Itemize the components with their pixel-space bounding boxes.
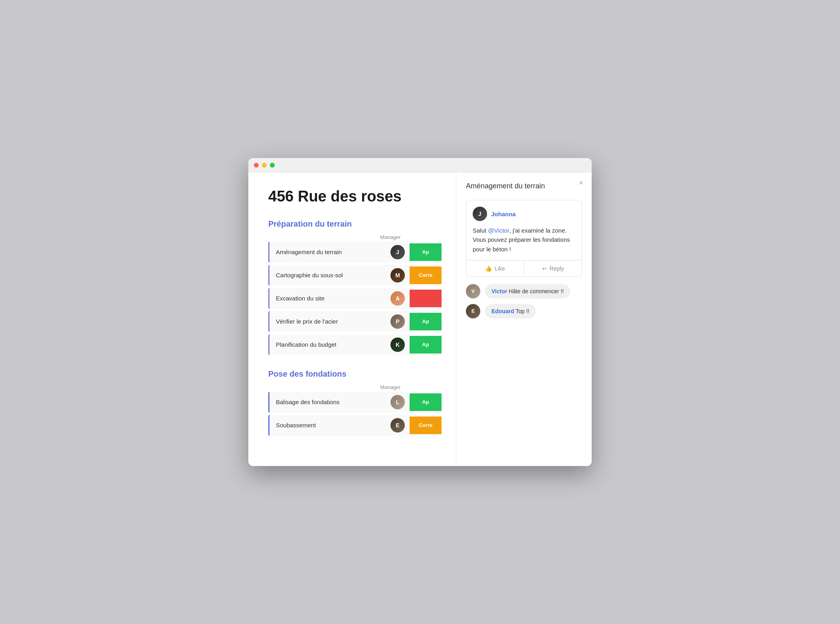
status-badge: Curre <box>410 417 442 434</box>
reply-icon: ↩ <box>542 265 547 272</box>
avatar-cell: J <box>386 242 410 263</box>
page-title: 456 Rue des roses <box>268 188 442 205</box>
task-row[interactable]: Aménagement du terrain J Ap <box>268 242 442 263</box>
close-dot[interactable] <box>254 163 259 168</box>
avatar-cell: E <box>386 415 410 436</box>
reply-item: V Victor Hâte de commencer !! <box>466 284 582 298</box>
comment-card: J Johanna Salut @Victor, j'ai examiné la… <box>466 200 582 277</box>
section-fondations: Pose des fondations Manager Balisage des… <box>268 369 442 436</box>
task-label: Aménagement du terrain <box>269 243 386 261</box>
status-badge: Ap <box>410 336 442 353</box>
status-badge: Curre <box>410 267 442 284</box>
minimize-dot[interactable] <box>262 163 267 168</box>
task-row[interactable]: Excavation du site A <box>268 288 442 309</box>
comment-header: J Johanna <box>473 207 575 221</box>
comment-prefix: Salut <box>473 227 488 234</box>
task-row[interactable]: Vérifier le prix de l'acier P Ap <box>268 311 442 332</box>
close-button[interactable]: × <box>577 178 585 188</box>
avatar-edouard: E <box>466 304 480 318</box>
reply-item: E Edouard Top !! <box>466 304 582 318</box>
reply-author: Edouard <box>491 308 514 314</box>
comment-actions: 👍 Like ↩ Reply <box>466 260 582 276</box>
task-row[interactable]: Planification du budget K Ap <box>268 334 442 355</box>
avatar-cell: P <box>386 311 410 332</box>
avatar: K <box>390 338 405 352</box>
avatar-cell: A <box>386 288 410 309</box>
panel-title: Aménagement du terrain <box>466 182 582 190</box>
avatar-cell: K <box>386 334 410 355</box>
left-panel: 456 Rue des roses Préparation du terrain… <box>248 172 456 466</box>
status-badge: Ap <box>410 393 442 411</box>
status-badge <box>410 290 442 307</box>
section-title-preparation: Préparation du terrain <box>268 219 442 229</box>
avatar-johanna: J <box>473 207 487 221</box>
titlebar <box>248 158 592 172</box>
reply-text-content: Top !! <box>515 308 529 314</box>
task-label: Cartographie du sous-sol <box>269 266 386 284</box>
avatar: A <box>390 291 405 306</box>
task-label: Balisage des fondations <box>269 393 386 411</box>
reply-author: Victor <box>491 288 507 294</box>
comment-body: Salut @Victor, j'ai examiné la zone. Vou… <box>473 226 575 254</box>
window-body: 456 Rue des roses Préparation du terrain… <box>248 172 592 466</box>
section-preparation: Préparation du terrain Manager Aménageme… <box>268 219 442 355</box>
comment-author: Johanna <box>491 211 516 217</box>
maximize-dot[interactable] <box>270 163 275 168</box>
status-badge: Ap <box>410 243 442 261</box>
section-header-preparation: Manager <box>268 234 442 240</box>
reply-bubble: Edouard Top !! <box>485 304 536 318</box>
task-row[interactable]: Balisage des fondations L Ap <box>268 392 442 413</box>
right-panel: × Aménagement du terrain J Johanna Salut… <box>456 172 592 466</box>
task-label: Excavation du site <box>269 289 386 307</box>
status-badge: Ap <box>410 313 442 330</box>
avatar: J <box>390 245 405 259</box>
like-button[interactable]: 👍 Like <box>466 261 524 276</box>
avatar-cell: M <box>386 265 410 286</box>
section-header-fondations: Manager <box>268 384 442 390</box>
reply-button[interactable]: ↩ Reply <box>524 261 582 276</box>
avatar: P <box>390 314 405 329</box>
reply-label: Reply <box>550 265 564 272</box>
avatar: E <box>390 418 405 432</box>
col-manager-label: Manager <box>374 234 406 240</box>
reply-text-content: Hâte de commencer !! <box>509 288 564 294</box>
avatar-victor: V <box>466 284 480 298</box>
avatar-cell: L <box>386 392 410 413</box>
avatar: L <box>390 395 405 409</box>
task-row[interactable]: Cartographie du sous-sol M Curre <box>268 265 442 286</box>
task-row[interactable]: Soubassement E Curre <box>268 415 442 436</box>
col-manager-label: Manager <box>374 384 406 390</box>
avatar: M <box>390 268 405 282</box>
comment-mention: @Victor <box>488 227 509 234</box>
app-window: 456 Rue des roses Préparation du terrain… <box>248 158 592 466</box>
task-label: Soubassement <box>269 416 386 434</box>
like-label: Like <box>495 265 505 272</box>
like-icon: 👍 <box>485 265 492 272</box>
task-label: Planification du budget <box>269 336 386 353</box>
reply-bubble: Victor Hâte de commencer !! <box>485 284 570 298</box>
section-title-fondations: Pose des fondations <box>268 369 442 379</box>
task-label: Vérifier le prix de l'acier <box>269 312 386 330</box>
